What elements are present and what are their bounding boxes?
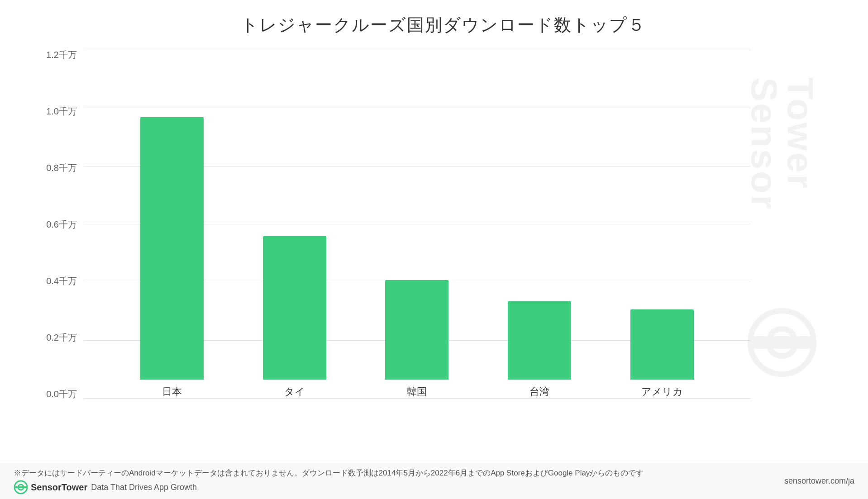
footer-url: sensortower.com/ja bbox=[784, 476, 854, 486]
footer-left: ※データにはサードパーティーのAndroidマーケットデータは含まれておりません… bbox=[14, 468, 644, 494]
bar-taiwan bbox=[508, 301, 571, 380]
svg-rect-5 bbox=[14, 486, 27, 488]
y-label-0: 0.0千万 bbox=[45, 390, 81, 399]
y-label-4: 0.4千万 bbox=[45, 276, 81, 285]
bar-label-japan: 日本 bbox=[162, 385, 182, 399]
bar-label-taiwan: 台湾 bbox=[529, 385, 549, 399]
footer-tagline: Data That Drives App Growth bbox=[91, 483, 197, 492]
bar-korea bbox=[385, 280, 448, 380]
bars-wrapper: 日本 タイ 韓国 台湾 アメリカ bbox=[84, 50, 750, 399]
bar-japan bbox=[140, 117, 204, 380]
chart-container: トレジャークルーズ国別ダウンロード数トップ５ 0.0千万 0.2千万 0.4千万… bbox=[0, 0, 868, 499]
bar-group-japan: 日本 bbox=[111, 117, 234, 399]
bar-group-taiwan: 台湾 bbox=[478, 301, 601, 399]
footer-note: ※データにはサードパーティーのAndroidマーケットデータは含まれておりません… bbox=[14, 468, 644, 478]
brand-regular: Tower bbox=[62, 482, 87, 492]
svg-point-0 bbox=[750, 311, 814, 374]
y-label-12: 1.2千万 bbox=[45, 50, 81, 59]
bar-label-thailand: タイ bbox=[284, 385, 305, 399]
footer-logo: SensorTower bbox=[14, 480, 87, 494]
svg-point-1 bbox=[768, 329, 796, 356]
footer-brand-row: SensorTower Data That Drives App Growth bbox=[14, 480, 644, 494]
footer-brand-text: SensorTower bbox=[31, 482, 87, 493]
footer: ※データにはサードパーティーのAndroidマーケットデータは含まれておりません… bbox=[0, 463, 868, 499]
bar-group-thailand: タイ bbox=[234, 236, 356, 399]
watermark-icon bbox=[746, 306, 818, 380]
bar-usa bbox=[630, 309, 694, 380]
chart-inner: 日本 タイ 韓国 台湾 アメリカ bbox=[84, 50, 750, 399]
watermark-text: Sensor Tower bbox=[746, 77, 818, 293]
bar-label-usa: アメリカ bbox=[641, 385, 683, 399]
bar-group-korea: 韓国 bbox=[356, 280, 478, 399]
y-axis: 0.0千万 0.2千万 0.4千万 0.6千万 0.8千万 1.0千万 1.2千… bbox=[45, 50, 81, 399]
bar-label-korea: 韓国 bbox=[407, 385, 427, 399]
chart-area: 0.0千万 0.2千万 0.4千万 0.6千万 0.8千万 1.0千万 1.2千… bbox=[45, 50, 841, 421]
bar-thailand bbox=[263, 236, 326, 380]
y-label-10: 1.0千万 bbox=[45, 107, 81, 116]
bar-group-usa: アメリカ bbox=[601, 309, 723, 399]
logo-icon bbox=[14, 480, 28, 494]
y-label-6: 0.6千万 bbox=[45, 220, 81, 229]
chart-title: トレジャークルーズ国別ダウンロード数トップ５ bbox=[45, 14, 841, 37]
brand-bold: Sensor bbox=[31, 482, 62, 492]
y-label-2: 0.2千万 bbox=[45, 333, 81, 342]
svg-rect-2 bbox=[750, 339, 814, 346]
watermark: Sensor Tower bbox=[737, 77, 827, 380]
y-label-8: 0.8千万 bbox=[45, 163, 81, 172]
